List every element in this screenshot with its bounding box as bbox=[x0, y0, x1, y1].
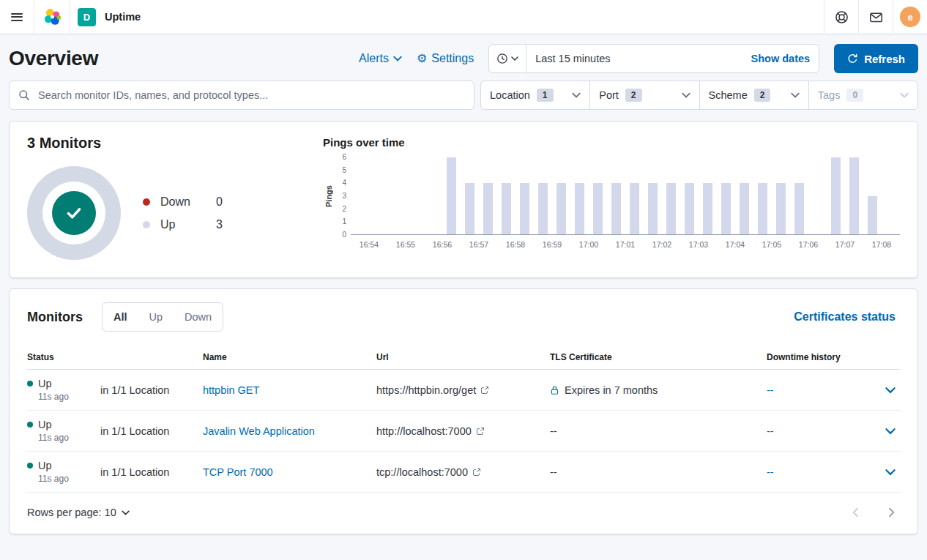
chevron-down-icon bbox=[572, 91, 581, 100]
external-link-icon bbox=[472, 468, 481, 477]
show-dates-button[interactable]: Show dates bbox=[742, 53, 819, 64]
settings-button[interactable]: ⚙ Settings bbox=[417, 52, 474, 65]
ping-bar-slot bbox=[351, 157, 369, 234]
tab-up[interactable]: Up bbox=[138, 303, 174, 331]
legend-value: 3 bbox=[216, 218, 223, 231]
filter-tags[interactable]: Tags 0 bbox=[808, 81, 917, 109]
col-tls: TLS Certificate bbox=[550, 352, 767, 362]
ping-bar bbox=[648, 183, 658, 234]
monitor-url-link[interactable]: https://httpbin.org/get bbox=[376, 384, 550, 396]
monitor-name-link[interactable]: httpbin GET bbox=[203, 384, 259, 396]
search-box bbox=[9, 81, 474, 110]
x-tick-label: 17:07 bbox=[827, 240, 863, 249]
newsfeed-button[interactable] bbox=[859, 0, 893, 34]
y-tick-label: 0 bbox=[342, 231, 346, 239]
previous-page-button[interactable] bbox=[847, 504, 863, 520]
up-status-dot-icon bbox=[27, 381, 33, 387]
col-downtime: Downtime history bbox=[767, 352, 874, 362]
help-buoy-icon bbox=[835, 10, 849, 24]
external-link-icon bbox=[476, 427, 485, 436]
user-avatar: e bbox=[900, 7, 920, 27]
monitor-url-link[interactable]: tcp://localhost:7000 bbox=[376, 466, 550, 478]
monitor-name-link[interactable]: TCP Port 7000 bbox=[203, 466, 273, 478]
expand-row-button[interactable] bbox=[881, 382, 900, 398]
expand-row-button[interactable] bbox=[881, 423, 900, 439]
alerts-dropdown[interactable]: Alerts bbox=[359, 52, 402, 65]
ping-bar-slot bbox=[607, 157, 625, 234]
search-input[interactable] bbox=[37, 89, 465, 102]
ping-bar bbox=[721, 183, 731, 234]
help-button[interactable] bbox=[824, 0, 858, 34]
filter-count-badge: 2 bbox=[754, 89, 771, 102]
filter-port[interactable]: Port 2 bbox=[589, 81, 699, 109]
x-tick-label: 17:06 bbox=[790, 240, 827, 249]
ping-bar bbox=[776, 183, 786, 234]
ping-bar bbox=[849, 157, 859, 234]
ping-bar-slot bbox=[497, 157, 515, 234]
table-row: Up 11s ago in 1/1 Location Javalin Web A… bbox=[27, 411, 900, 452]
pings-over-time-chart: Pings 0123456 bbox=[323, 157, 900, 235]
ping-bar bbox=[831, 157, 841, 234]
filter-label: Tags bbox=[818, 89, 841, 101]
monitor-list-panel: Monitors All Up Down Certificates status… bbox=[9, 288, 918, 534]
gear-icon: ⚙ bbox=[417, 53, 427, 64]
downtime-cell: -- bbox=[767, 466, 874, 478]
monitor-name-link[interactable]: Javalin Web Application bbox=[203, 425, 315, 437]
lock-icon bbox=[550, 385, 559, 395]
monitors-section-title: Monitors bbox=[27, 310, 83, 325]
ping-bar-slot bbox=[772, 157, 790, 234]
page-header: Overview Alerts ⚙ Settings La bbox=[0, 34, 927, 81]
status-cell: Up 11s ago bbox=[27, 378, 100, 402]
x-tick-label: 17:05 bbox=[753, 240, 790, 249]
monitor-url-link[interactable]: http://localhost:7000 bbox=[376, 425, 550, 437]
tab-down[interactable]: Down bbox=[174, 303, 223, 331]
x-tick-label: 16:56 bbox=[424, 240, 461, 249]
legend-value: 0 bbox=[216, 195, 223, 209]
date-picker: Last 15 minutes Show dates bbox=[488, 44, 819, 73]
ping-bar bbox=[520, 183, 529, 234]
ping-bar-slot bbox=[442, 157, 461, 234]
x-tick-label: 17:08 bbox=[863, 240, 900, 249]
user-menu-button[interactable]: e bbox=[893, 0, 927, 34]
last-check-time: 11s ago bbox=[38, 474, 100, 484]
expand-row-button[interactable] bbox=[881, 464, 900, 480]
tls-cell: -- bbox=[550, 466, 767, 478]
clock-icon bbox=[496, 53, 508, 64]
x-axis-labels: 16:5416:5516:5616:5716:5816:5917:0017:01… bbox=[351, 240, 900, 249]
alerts-label: Alerts bbox=[359, 52, 389, 65]
ping-bar-slot bbox=[827, 157, 845, 234]
ping-bar bbox=[611, 183, 621, 234]
filter-location[interactable]: Location 1 bbox=[481, 81, 589, 109]
refresh-button[interactable]: Refresh bbox=[834, 44, 918, 73]
last-check-time: 11s ago bbox=[38, 433, 100, 443]
y-tick-label: 1 bbox=[342, 218, 346, 225]
ping-bar-slot bbox=[699, 157, 717, 234]
snapshot-panel: 3 Monitors Down 0 bbox=[9, 121, 918, 278]
ping-bar-slot bbox=[717, 157, 735, 234]
ping-bar-slot bbox=[882, 157, 900, 234]
ping-bar bbox=[575, 183, 584, 234]
next-page-button[interactable] bbox=[884, 504, 900, 520]
certificates-status-link[interactable]: Certificates status bbox=[789, 310, 900, 324]
ping-bar bbox=[703, 183, 712, 234]
filter-scheme[interactable]: Scheme 2 bbox=[699, 81, 808, 109]
external-link-icon bbox=[480, 386, 489, 395]
tls-cell: -- bbox=[550, 425, 767, 437]
tls-text: -- bbox=[550, 466, 557, 478]
elastic-logo-icon[interactable] bbox=[34, 0, 70, 34]
date-quick-select-button[interactable] bbox=[489, 45, 526, 72]
x-tick-label: 17:00 bbox=[570, 240, 607, 249]
x-tick-label: 17:03 bbox=[680, 240, 717, 249]
tab-all[interactable]: All bbox=[103, 303, 138, 331]
ping-bar-slot bbox=[589, 157, 607, 234]
y-tick-label: 6 bbox=[342, 154, 346, 161]
rows-per-page-button[interactable]: Rows per page: 10 bbox=[27, 507, 130, 518]
space-badge[interactable]: D bbox=[78, 8, 96, 26]
legend-row-down: Down 0 bbox=[143, 195, 223, 209]
filter-bar: Location 1 Port 2 Scheme 2 Tags 0 bbox=[0, 81, 927, 110]
menu-button[interactable] bbox=[0, 0, 34, 34]
date-range-value[interactable]: Last 15 minutes bbox=[526, 53, 742, 64]
monitors-count-title: 3 Monitors bbox=[27, 135, 323, 152]
legend-label: Up bbox=[160, 218, 206, 231]
chevron-down-icon bbox=[791, 91, 800, 100]
